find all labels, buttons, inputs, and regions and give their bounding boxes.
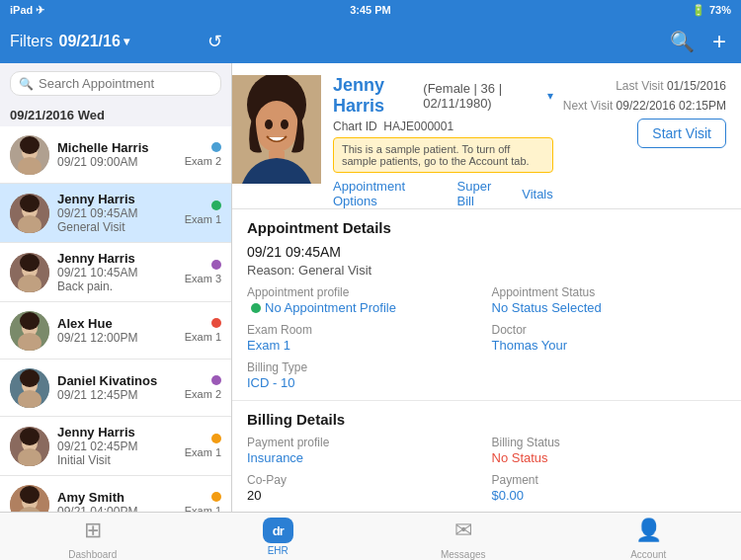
appointment-list-item[interactable]: Jenny Harris 09/21 02:45PM Initial Visit…	[0, 417, 231, 476]
appointments-date-header: 09/21/2016 Wed	[0, 104, 231, 126]
payment-options-label: Payment Options	[492, 511, 727, 512]
appointment-profile-field: Appointment profile No Appointment Profi…	[247, 285, 482, 315]
appt-info: Alex Hue 09/21 12:00PM	[57, 316, 179, 345]
svg-point-23	[20, 428, 40, 445]
appt-name: Jenny Harris	[57, 251, 179, 266]
status-bar-time: 3:45 PM	[350, 4, 391, 16]
status-dot	[211, 375, 221, 385]
next-visit-date: 09/22/2016 02:15PM	[617, 99, 726, 113]
appt-name: Alex Hue	[57, 316, 179, 331]
appointment-list-item[interactable]: Daniel Kivatinos 09/21 12:45PM Exam 2	[0, 360, 231, 417]
main-content: Jenny Harris (Female | 36 | 02/11/1980) …	[232, 63, 741, 512]
appointment-list-item[interactable]: Alex Hue 09/21 12:00PM Exam 1	[0, 302, 231, 360]
copay-field: Co-Pay 20	[247, 473, 482, 503]
battery-indicator: 🔋	[692, 4, 705, 17]
appt-badge: Exam 2	[185, 142, 221, 167]
payment-profile-field: Payment profile Insurance	[247, 436, 482, 465]
tab-ehr[interactable]: dr EHR	[186, 518, 371, 556]
payment-type-field: Payment Type Non Selected	[247, 511, 482, 512]
svg-point-27	[20, 486, 40, 504]
payment-value[interactable]: $0.00	[492, 488, 727, 503]
search-input-wrap[interactable]: 🔍	[10, 71, 221, 96]
payment-profile-value[interactable]: Insurance	[247, 450, 482, 465]
billing-details-title: Billing Details	[247, 411, 726, 428]
appt-badge: Exam 3	[185, 260, 221, 284]
svg-point-7	[20, 195, 40, 212]
avatar	[10, 311, 49, 351]
appointment-reason: Reason: General Visit	[247, 263, 726, 278]
payment-type-label: Payment Type	[247, 511, 482, 512]
filters-button[interactable]: Filters	[10, 33, 53, 50]
appt-note: Back pain.	[57, 280, 179, 293]
profile-status-dot	[251, 303, 261, 313]
last-visit-label: Last Visit	[616, 79, 663, 93]
header-bar: Filters 09/21/16 ▾ ↺ 🔍 +	[0, 20, 741, 63]
appt-name: Michelle Harris	[57, 140, 179, 155]
tab-account[interactable]: 👤 Account	[556, 514, 742, 560]
tab-dashboard[interactable]: ⊞ Dashboard	[0, 514, 186, 560]
next-visit-label: Next Visit	[563, 99, 613, 113]
tab-messages[interactable]: ✉ Messages	[370, 514, 556, 560]
appt-badge: Exam 1	[185, 434, 221, 458]
super-bill-link[interactable]: Super Bill	[457, 179, 508, 208]
refresh-button[interactable]: ↺	[207, 31, 222, 52]
last-visit-row: Last Visit 01/15/2016	[616, 79, 726, 93]
billing-status-field: Billing Status No Status	[492, 436, 727, 465]
search-button[interactable]: 🔍	[670, 30, 695, 53]
billing-type-label: Billing Type	[247, 360, 482, 374]
appointment-profile-value[interactable]: No Appointment Profile	[265, 300, 396, 315]
appt-note: Initial Visit	[57, 453, 179, 467]
patient-visit-info: Last Visit 01/15/2016 Next Visit 09/22/2…	[553, 75, 726, 148]
billing-status-value[interactable]: No Status	[492, 450, 727, 465]
appointment-list-item[interactable]: Michelle Harris 09/21 09:00AM Exam 2	[0, 126, 231, 184]
patient-chart-id: Chart ID HAJE000001	[333, 120, 553, 133]
doctor-label: Doctor	[492, 323, 727, 337]
status-bar-right: 🔋 73%	[692, 4, 731, 17]
exam-room-value[interactable]: Exam 1	[247, 338, 482, 353]
dashboard-icon: ⊞	[84, 518, 102, 542]
patient-name: Jenny Harris	[333, 75, 417, 117]
appt-name: Jenny Harris	[57, 192, 179, 206]
doctor-value[interactable]: Thomas Your	[492, 338, 727, 353]
appointment-list-item[interactable]: Amy Smith 09/21 04:00PM Exam 1	[0, 476, 231, 512]
appointment-options-link[interactable]: Appointment Options	[333, 179, 443, 208]
appointment-status-label: Appointment Status	[492, 285, 727, 299]
patient-demographics: (Female | 36 | 02/11/1980)	[423, 81, 540, 111]
add-button[interactable]: +	[712, 28, 726, 55]
appt-datetime: 09/21 02:45PM	[57, 440, 179, 453]
appt-info: Jenny Harris 09/21 09:45AM General Visit	[57, 192, 179, 234]
appt-info: Daniel Kivatinos 09/21 12:45PM	[57, 373, 179, 402]
tab-bar: ⊞ Dashboard dr EHR ✉ Messages 👤 Account	[0, 512, 741, 560]
vitals-link[interactable]: Vitals	[522, 187, 553, 201]
appointment-status-value[interactable]: No Status Selected	[492, 300, 727, 315]
billing-type-value[interactable]: ICD - 10	[247, 375, 482, 390]
messages-icon: ✉	[454, 518, 472, 542]
appt-name: Jenny Harris	[57, 425, 179, 440]
appointment-list-item[interactable]: Jenny Harris 09/21 10:45AM Back pain. Ex…	[0, 243, 231, 302]
avatar	[10, 135, 49, 175]
status-dot	[211, 492, 221, 502]
svg-point-32	[281, 120, 288, 129]
date-picker-button[interactable]: 09/21/16 ▾	[59, 33, 129, 50]
patient-photo	[232, 75, 321, 184]
start-visit-button[interactable]: Start Visit	[637, 119, 726, 148]
search-input[interactable]	[39, 76, 212, 91]
search-icon: 🔍	[19, 77, 34, 91]
avatar	[10, 368, 49, 408]
appt-info: Michelle Harris 09/21 09:00AM	[57, 140, 179, 169]
appt-datetime: 09/21 04:00PM	[57, 505, 179, 512]
appointment-list-item[interactable]: Jenny Harris 09/21 09:45AM General Visit…	[0, 184, 231, 243]
header-left: Filters 09/21/16 ▾ ↺	[0, 31, 232, 52]
exam-room-field: Exam Room Exam 1	[247, 323, 482, 353]
search-bar-container: 🔍	[0, 63, 231, 104]
header-right: 🔍 +	[232, 28, 741, 55]
appt-datetime: 09/21 10:45AM	[57, 266, 179, 280]
appt-datetime: 09/21 09:00AM	[57, 155, 179, 169]
copay-label: Co-Pay	[247, 473, 482, 487]
appt-name: Amy Smith	[57, 490, 179, 505]
svg-point-15	[20, 312, 40, 330]
svg-point-3	[20, 136, 40, 154]
exam-badge: Exam 1	[185, 446, 221, 458]
ipad-label: iPad ✈	[10, 4, 44, 17]
chevron-down-icon: ▾	[124, 35, 129, 48]
